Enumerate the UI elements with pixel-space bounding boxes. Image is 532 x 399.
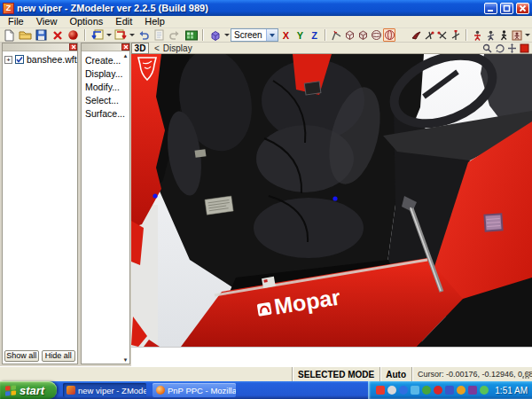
scene-tree-panel: + banshee.wft Show all Hide all <box>2 43 78 364</box>
figure-icon <box>486 30 496 41</box>
hide-all-button[interactable]: Hide all <box>42 350 76 362</box>
task-button-zmodeler[interactable]: new viper - ZModeler ... <box>63 383 146 397</box>
tray-icon-1[interactable] <box>376 386 385 395</box>
tree-item-banshee[interactable]: + banshee.wft <box>3 51 77 67</box>
local-axes-button[interactable] <box>330 28 342 42</box>
bone-tool-button-3[interactable] <box>450 28 462 42</box>
viewport-collapse-button[interactable]: < <box>153 43 160 53</box>
pose-figure-button[interactable] <box>511 28 523 42</box>
object-mode-button[interactable] <box>207 28 223 42</box>
restore-button[interactable] <box>500 3 513 14</box>
commands-panel-header <box>82 43 129 51</box>
viewport-view-label[interactable]: Display <box>163 43 192 53</box>
start-button[interactable]: start <box>0 381 57 399</box>
import-dropdown[interactable] <box>106 28 112 42</box>
close-button[interactable] <box>516 3 529 14</box>
show-all-button[interactable]: Show all <box>4 350 39 362</box>
scroll-up-icon[interactable]: ▲ <box>123 53 129 59</box>
chevron-down-icon <box>129 34 135 36</box>
pan-icon[interactable] <box>507 43 517 53</box>
viewport-mode-tab[interactable]: 3D <box>131 43 149 54</box>
delete-button[interactable] <box>50 28 65 42</box>
tray-icon-3[interactable] <box>399 386 408 395</box>
import-button[interactable] <box>90 28 105 42</box>
menu-file[interactable]: File <box>2 16 30 27</box>
scroll-down-icon[interactable]: ▼ <box>123 357 129 363</box>
status-auto[interactable]: Auto <box>379 367 411 381</box>
app-icon: Z <box>3 3 14 14</box>
figure-tool-button-2[interactable] <box>484 28 497 42</box>
undo-button[interactable] <box>136 28 151 42</box>
viewport-bottom-blank <box>131 347 532 366</box>
orbit-icon[interactable] <box>495 43 505 53</box>
export-dropdown[interactable] <box>129 28 135 42</box>
tray-icon-9[interactable] <box>468 386 477 395</box>
bone-axes-icon <box>437 30 449 41</box>
close-icon <box>71 44 76 50</box>
texture-badge-decal[interactable] <box>483 213 503 231</box>
task-button-firefox[interactable]: PnP PPC - Mozilla Fire... <box>153 383 236 397</box>
new-file-button[interactable] <box>2 28 17 42</box>
zmodeler-task-icon <box>66 386 75 395</box>
menu-view[interactable]: View <box>30 16 64 27</box>
wire-sphere-toggled-button[interactable] <box>383 28 395 42</box>
mirror-box <box>304 82 321 95</box>
posed-figure-icon <box>512 30 522 41</box>
bone-tool-button-2[interactable] <box>436 28 449 42</box>
import-icon <box>91 29 104 41</box>
tray-icon-10[interactable] <box>480 386 489 395</box>
panel-close-button[interactable] <box>121 43 129 51</box>
maximize-viewport-icon[interactable] <box>520 43 529 53</box>
open-file-button[interactable] <box>18 28 33 42</box>
axis-x-button[interactable]: X <box>279 28 293 42</box>
system-tray: 1:51 AM <box>368 381 532 399</box>
render-button[interactable] <box>184 28 199 42</box>
save-button[interactable] <box>34 28 49 42</box>
redo-button[interactable] <box>168 28 183 42</box>
scene-render[interactable]: Mopar <box>131 54 532 347</box>
tray-icon-8[interactable] <box>457 386 466 395</box>
car-seats[interactable] <box>149 54 424 295</box>
history-button[interactable] <box>152 28 167 42</box>
title-bar: Z new viper - ZModeler ver 2.2.5 (Build … <box>0 0 532 16</box>
redo-icon <box>169 30 181 41</box>
vertex-marker[interactable] <box>332 196 337 200</box>
chevron-down-icon <box>106 34 112 36</box>
tray-icon-7[interactable] <box>445 386 454 395</box>
commands-scrollbar[interactable]: ▲ ▼ <box>121 52 129 364</box>
zmodeler-window: Z new viper - ZModeler ver 2.2.5 (Build … <box>0 0 532 399</box>
menu-help[interactable]: Help <box>138 16 171 27</box>
material-editor-button[interactable] <box>66 28 81 42</box>
walk-figure-button[interactable] <box>497 28 510 42</box>
axis-z-button[interactable]: Z <box>308 28 321 42</box>
wire-sphere-button[interactable] <box>370 28 382 42</box>
menu-options[interactable]: Options <box>63 16 109 27</box>
figure-tools-dropdown[interactable] <box>524 28 530 42</box>
zoom-icon[interactable] <box>482 43 492 53</box>
combobox-arrow-button[interactable] <box>266 29 278 41</box>
minimize-button[interactable] <box>484 3 497 14</box>
panel-close-button[interactable] <box>69 43 77 51</box>
tray-icon-4[interactable] <box>411 386 419 395</box>
object-mode-dropdown[interactable] <box>223 28 230 42</box>
resize-grip[interactable] <box>520 367 532 381</box>
menu-edit[interactable]: Edit <box>109 16 138 27</box>
brush-tool-button[interactable] <box>410 28 422 42</box>
wire-cube-button-1[interactable] <box>343 28 356 42</box>
tray-icon-2[interactable] <box>387 386 396 395</box>
figure-tool-button-1[interactable] <box>471 28 483 42</box>
axis-y-button[interactable]: Y <box>293 28 307 42</box>
tree-expander[interactable]: + <box>4 56 12 64</box>
close-icon <box>519 4 527 12</box>
viewport-3d[interactable]: 3D < Display <box>131 43 532 366</box>
bone-axes-icon <box>424 30 435 41</box>
bone-tool-button-1[interactable] <box>423 28 435 42</box>
view-mode-combobox[interactable]: Screen <box>231 28 278 42</box>
vertex-marker[interactable] <box>153 193 157 198</box>
save-icon <box>35 29 47 41</box>
wire-cube-button-2[interactable] <box>356 28 369 42</box>
tray-icon-6[interactable] <box>434 386 442 395</box>
export-button[interactable] <box>113 28 128 42</box>
tray-icon-5[interactable] <box>422 386 431 395</box>
visibility-checkbox[interactable] <box>15 55 24 64</box>
